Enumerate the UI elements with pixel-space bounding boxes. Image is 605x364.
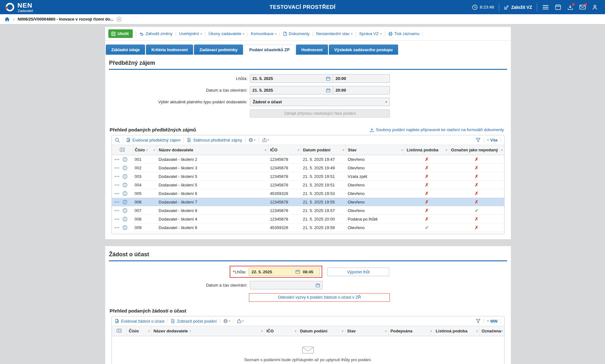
column-header[interactable]: Stav↑ ▾ bbox=[346, 145, 405, 155]
filter-caret-icon[interactable]: ▾ bbox=[431, 330, 432, 333]
submission-files-link[interactable]: Soubory podání najdete připravené ke sta… bbox=[370, 127, 504, 132]
deadline-time-value[interactable]: 20:00 bbox=[336, 76, 346, 81]
search-icon[interactable] bbox=[115, 138, 120, 143]
calendar-icon[interactable] bbox=[316, 283, 320, 288]
toolbar-action[interactable]: Správa VZ ▾ bbox=[359, 31, 382, 36]
table-row[interactable]: 002 Dodavatel - školení 3 12345678 21. 5… bbox=[112, 164, 504, 172]
print-button[interactable]: ▾ bbox=[223, 319, 230, 323]
info-icon[interactable] bbox=[123, 174, 127, 179]
row-menu-icon[interactable] bbox=[114, 159, 119, 160]
toolbar-action[interactable]: Zahodit změny ▾ bbox=[139, 31, 172, 36]
messages-icon[interactable] bbox=[579, 3, 586, 11]
toolbar-action[interactable]: Uveřejnění ▾ bbox=[179, 31, 202, 36]
breadcrumb-item[interactable]: N006/25/V00004860 - Inovace v rozvoji ří… bbox=[18, 17, 113, 21]
submission-type-select[interactable]: Žádost o účast ▾ bbox=[250, 98, 390, 106]
info-icon[interactable] bbox=[123, 208, 127, 213]
toolbar-action[interactable]: Dokumenty ▾ bbox=[283, 31, 310, 36]
filter-caret-icon[interactable]: ▾ bbox=[148, 330, 150, 333]
info-icon[interactable] bbox=[123, 217, 127, 221]
create-vz-button[interactable]: Založit VZ bbox=[504, 5, 532, 10]
register-interest-button[interactable]: Evidovat předběžný zájem bbox=[126, 138, 180, 143]
table-row[interactable]: 006 Dodavatel - školení 7 12345678 21. 5… bbox=[112, 198, 504, 206]
opening-field[interactable] bbox=[250, 281, 323, 289]
column-header[interactable]: Označena↑ ▾ bbox=[480, 326, 504, 336]
tab[interactable]: Zadávací podmínky bbox=[194, 45, 243, 55]
column-header[interactable]: Datum podání↑ ▾ bbox=[298, 326, 345, 336]
filter-caret-icon[interactable]: ▾ bbox=[402, 149, 403, 152]
filter-caret-icon[interactable]: ▾ bbox=[261, 330, 263, 333]
column-header[interactable]: Datum podání↑ ▾ bbox=[301, 145, 346, 155]
home-icon[interactable] bbox=[4, 17, 10, 21]
table-row[interactable]: 009 Dodavatel - školení 6 45359326 21. 5… bbox=[112, 223, 504, 232]
download-interests-button[interactable]: Stáhnout předběžné zájmy bbox=[187, 138, 242, 143]
opening-field[interactable]: 21. 5. 2025 20:00 bbox=[250, 86, 390, 94]
row-menu-icon[interactable] bbox=[114, 201, 119, 203]
info-icon[interactable] bbox=[123, 191, 127, 196]
toolbar-action[interactable]: Úkony zadavatele ▾ bbox=[209, 31, 244, 36]
row-menu-icon[interactable] bbox=[114, 184, 119, 186]
row-menu-icon[interactable] bbox=[114, 176, 119, 177]
opening-time-value[interactable]: 20:00 bbox=[336, 88, 346, 93]
row-menu-icon[interactable] bbox=[114, 210, 119, 211]
send-invitation-button[interactable]: Odeslání výzvy k podání žádosti o účast … bbox=[249, 293, 390, 302]
table-row[interactable]: 007 Dodavatel - školení 8 12345678 21. 5… bbox=[112, 206, 504, 215]
tab[interactable]: Výsledek zadávacího postupu bbox=[329, 45, 398, 55]
table-row[interactable]: 001 Dodavatel - školení 2 12345678 21. 5… bbox=[112, 155, 504, 164]
save-button[interactable]: Uložit bbox=[108, 29, 133, 38]
table-row[interactable]: 005 Dodavatel - školení 6 45359326 21. 5… bbox=[112, 189, 504, 198]
filter-caret-icon[interactable]: ▾ bbox=[295, 330, 296, 333]
row-menu-icon[interactable] bbox=[114, 193, 119, 194]
calendar-icon[interactable] bbox=[326, 76, 330, 81]
info-icon[interactable] bbox=[123, 200, 127, 204]
filter-icon[interactable] bbox=[476, 319, 481, 323]
column-settings-header[interactable] bbox=[112, 326, 127, 336]
opening-date-value[interactable]: 21. 5. 2025 bbox=[252, 88, 273, 93]
filter-caret-icon[interactable]: ▾ bbox=[342, 330, 343, 333]
filter-caret-icon[interactable]: ▾ bbox=[501, 149, 503, 152]
deadline-field[interactable]: 21. 5. 2025 20:00 bbox=[250, 74, 390, 83]
nen-logo[interactable]: NEN Zadavatel bbox=[5, 2, 33, 13]
column-header[interactable]: Název dodavatele↑ ▾ bbox=[157, 145, 268, 155]
column-header[interactable]: Číslo↑ ▾ bbox=[127, 326, 151, 336]
info-icon[interactable] bbox=[123, 183, 127, 187]
row-menu-icon[interactable] bbox=[114, 227, 119, 228]
table-row[interactable]: 003 Dodavatel - školení 5 12345678 21. 5… bbox=[112, 172, 504, 181]
user-icon[interactable] bbox=[591, 3, 599, 11]
toolbar-action[interactable]: Komunikace ▾ bbox=[251, 31, 276, 36]
table-row[interactable]: 008 Dodavatel - školení 4 12345678 21. 5… bbox=[112, 215, 504, 223]
deadline-time-value[interactable]: 08:45 bbox=[300, 268, 319, 276]
row-menu-icon[interactable] bbox=[114, 218, 119, 220]
toolbar-action[interactable]: Nestandardní stav ▾ bbox=[316, 31, 353, 36]
row-menu-icon[interactable] bbox=[114, 167, 119, 169]
tab[interactable]: Základní údaje bbox=[106, 45, 145, 55]
export-button[interactable]: ▾ bbox=[262, 138, 269, 142]
deadline-date-value[interactable]: 22. 5. 2025 bbox=[249, 268, 295, 276]
column-header[interactable]: Podepsána↑ ▾ bbox=[388, 326, 433, 336]
column-header[interactable]: IČO↑ ▾ bbox=[264, 326, 298, 336]
tab[interactable]: Kritéria hodnocení bbox=[146, 45, 193, 55]
deadline-field[interactable]: 22. 5. 2025 08:45 bbox=[249, 268, 320, 276]
print-button[interactable]: ▾ bbox=[249, 138, 256, 142]
filter-caret-icon[interactable]: ▾ bbox=[476, 330, 478, 333]
toolbar-action[interactable]: Tisk záznamu ▾ bbox=[388, 31, 420, 36]
deadline-calc-button[interactable]: Výpočet lhůt bbox=[327, 268, 389, 276]
filter-caret-icon[interactable]: ▾ bbox=[343, 149, 344, 152]
filter-caret-icon[interactable]: ▾ bbox=[265, 149, 266, 152]
view-preset-dropdown[interactable]: ▾ Vše bbox=[487, 138, 498, 143]
register-request-button[interactable]: Evidovat žádost o účast bbox=[115, 319, 164, 324]
calendar-icon[interactable] bbox=[326, 88, 330, 93]
table-row[interactable]: 004 Dodavatel - školení 5 12345678 21. 5… bbox=[112, 181, 504, 189]
filter-caret-icon[interactable]: ▾ bbox=[154, 149, 155, 152]
tab[interactable]: Hodnocení bbox=[296, 45, 328, 55]
filter-caret-icon[interactable]: ▾ bbox=[385, 330, 387, 333]
info-icon[interactable] bbox=[123, 166, 127, 170]
export-button[interactable]: ▾ bbox=[237, 319, 244, 323]
filter-caret-icon[interactable]: ▾ bbox=[298, 149, 299, 152]
column-header[interactable]: Název dodavatele↑ ▾ bbox=[151, 326, 264, 336]
column-header[interactable]: Číslo↑ ▾ bbox=[133, 145, 157, 155]
downloads-icon[interactable] bbox=[566, 3, 574, 11]
deadline-date-value[interactable]: 21. 5. 2025 bbox=[252, 76, 273, 81]
column-header[interactable]: Listinná podoba↑ ▾ bbox=[434, 326, 480, 336]
calendar-icon[interactable] bbox=[295, 268, 300, 276]
column-header[interactable]: Listinná podoba↑ ▾ bbox=[405, 145, 449, 155]
